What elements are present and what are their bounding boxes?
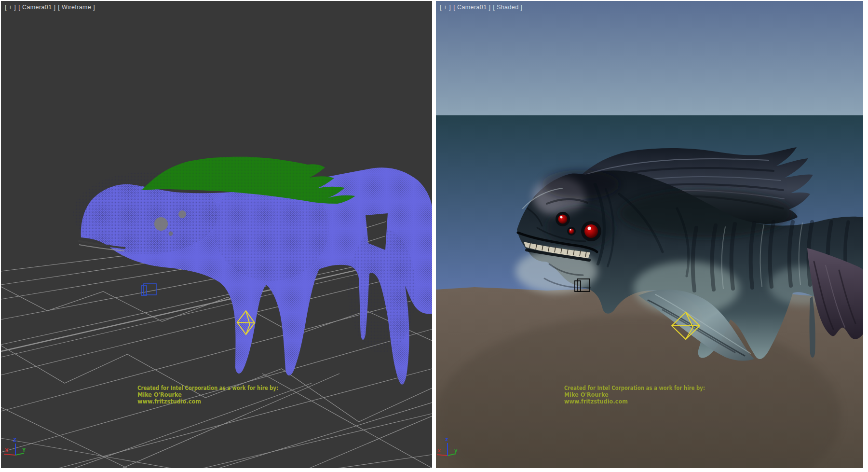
axis-y-label: y — [454, 448, 458, 453]
axis-y-label: Y — [22, 447, 26, 453]
axis-z-label: Z — [13, 437, 16, 443]
viewport-label: [ + ] [ Camera01 ] [ Wireframe ] — [5, 4, 95, 11]
axis-x-label: X — [5, 448, 9, 453]
dual-viewport-layout: Created for Intel Corporation as a work … — [0, 0, 868, 472]
viewport-camera-menu[interactable]: [ Camera01 ] — [18, 4, 55, 11]
viewport-shading-menu[interactable]: [ Wireframe ] — [58, 4, 95, 11]
fish-eye-spot — [178, 210, 186, 218]
svg-text:Created for Intel Corporation: Created for Intel Corporation as a work … — [137, 385, 278, 391]
viewport-shading-menu[interactable]: [ Shaded ] — [493, 4, 522, 11]
svg-text:www.fritzstudio.com: www.fritzstudio.com — [137, 398, 201, 405]
svg-text:Mike O'Rourke: Mike O'Rourke — [137, 391, 182, 398]
right-viewport[interactable]: Created for Intel Corporation as a work … — [436, 1, 863, 468]
left-viewport[interactable]: Created for Intel Corporation as a work … — [1, 1, 432, 468]
axis-x-label: x — [438, 448, 441, 453]
viewport-label: [ + ] [ Camera01 ] [ Shaded ] — [440, 4, 522, 11]
sky-backdrop — [436, 1, 863, 115]
svg-text:Mike O'Rourke: Mike O'Rourke — [564, 391, 609, 398]
axis-z-label: z — [445, 437, 448, 442]
viewport-maximize-menu[interactable]: [ + ] — [440, 4, 451, 11]
ground-plane-shaded[interactable] — [436, 287, 863, 468]
svg-text:www.fritzstudio.com: www.fritzstudio.com — [564, 398, 628, 405]
viewport-maximize-menu[interactable]: [ + ] — [5, 4, 16, 11]
svg-text:Created for Intel Corporation: Created for Intel Corporation as a work … — [564, 385, 705, 391]
fish-eye-spot — [154, 217, 168, 231]
fish-eye-spot — [169, 232, 173, 236]
viewport-camera-menu[interactable]: [ Camera01 ] — [453, 4, 490, 11]
